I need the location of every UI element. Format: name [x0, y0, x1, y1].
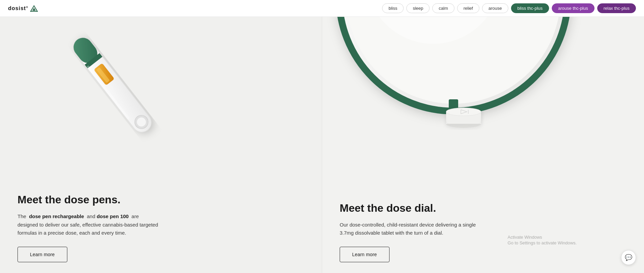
- dose-dial-title: Meet the dose dial.: [340, 202, 626, 214]
- dose-dial-illustration: [322, 17, 585, 165]
- chat-icon: 💬: [625, 254, 632, 261]
- pill-arouse-thc-plus[interactable]: arouse thc-plus: [552, 3, 595, 13]
- bold-rechargeable: dose pen rechargeable: [29, 213, 84, 219]
- dose-dial-description: Our dose-controlled, child-resistant dev…: [340, 221, 481, 238]
- pill-bliss-thc-plus[interactable]: bliss thc-plus: [511, 3, 549, 13]
- nav-pills: bliss sleep calm relief arouse bliss thc…: [382, 3, 636, 13]
- chat-button[interactable]: 💬: [621, 250, 636, 265]
- pill-bliss[interactable]: bliss: [382, 3, 404, 13]
- logo[interactable]: dosist®: [8, 5, 38, 12]
- pill-relief[interactable]: relief: [457, 3, 479, 13]
- learn-more-pens-button[interactable]: Learn more: [18, 247, 67, 262]
- navigation: dosist® bliss sleep calm relief arouse b…: [0, 0, 644, 17]
- learn-more-dial-button[interactable]: Learn more: [340, 247, 389, 262]
- pill-relax-thc-plus[interactable]: relax thc-plus: [597, 3, 636, 13]
- dose-dial-image-area: [322, 17, 644, 190]
- panel-dose-dial: Meet the dose dial. Our dose-controlled,…: [322, 17, 644, 273]
- panel-dose-pens: Meet the dose pens. The dose pen recharg…: [0, 17, 322, 273]
- bold-pen100: dose pen 100: [97, 213, 129, 219]
- dose-dial-content: Meet the dose dial. Our dose-controlled,…: [322, 190, 644, 273]
- dose-pen-illustration: [0, 17, 229, 158]
- logo-text: dosist®: [8, 5, 28, 11]
- dose-pens-description: The dose pen rechargeable and dose pen 1…: [18, 212, 159, 237]
- logo-icon: [30, 5, 38, 12]
- main-content: Meet the dose pens. The dose pen recharg…: [0, 17, 644, 273]
- pill-calm[interactable]: calm: [432, 3, 454, 13]
- svg-point-20: [446, 108, 481, 116]
- dose-pens-content: Meet the dose pens. The dose pen recharg…: [0, 181, 322, 273]
- dose-pen-image-area: [0, 17, 322, 181]
- dose-pens-title: Meet the dose pens.: [18, 193, 304, 206]
- pill-sleep[interactable]: sleep: [406, 3, 430, 13]
- pill-arouse[interactable]: arouse: [482, 3, 508, 13]
